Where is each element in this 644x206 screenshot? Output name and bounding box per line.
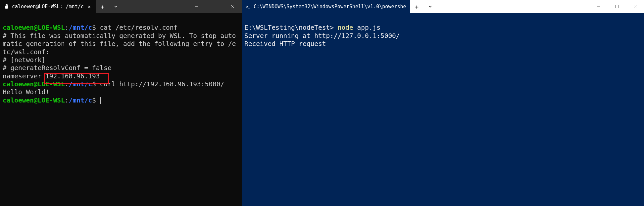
ps-command: node	[338, 24, 357, 31]
output-line: nameserver 192.168.96.193	[3, 72, 100, 80]
prompt-path: /mnt/c	[69, 97, 92, 104]
new-tab-button-ps[interactable]: +	[410, 0, 423, 13]
svg-rect-1	[213, 5, 216, 8]
svg-rect-5	[615, 5, 618, 8]
minimize-button-ps[interactable]	[589, 0, 608, 13]
tab-dropdown-ps[interactable]	[423, 0, 437, 13]
prompt-user: caloewen@LOE-WSL	[3, 80, 65, 88]
prompt-path: /mnt/c	[69, 24, 92, 31]
terminal-window-powershell: >_ C:\WINDOWS\System32\WindowsPowerShell…	[242, 0, 644, 206]
tab-title-powershell: C:\WINDOWS\System32\WindowsPowerShell\v1…	[254, 4, 406, 10]
tab-close-wsl[interactable]: ✕	[87, 3, 92, 10]
powershell-icon: >_	[246, 4, 251, 9]
minimize-button-wsl[interactable]	[187, 0, 205, 13]
new-tab-button-wsl[interactable]: +	[96, 0, 109, 13]
tab-dropdown-wsl[interactable]	[109, 0, 123, 13]
command-text: cat /etc/resolv.conf	[96, 24, 178, 31]
cursor	[100, 97, 101, 104]
terminal-output-powershell[interactable]: E:\WSLTesting\nodeTest> node app.js Serv…	[242, 13, 644, 206]
output-line: # generateResolvConf = false	[3, 64, 112, 72]
output-line: Hello World!	[3, 88, 49, 96]
output-line: # [network]	[3, 56, 45, 64]
output-line: Server running at http://127.0.0.1:5000/	[244, 32, 400, 40]
titlebar-spacer	[437, 0, 589, 13]
command-text: curl http://192.168.96.193:5000/	[96, 80, 224, 88]
maximize-button-wsl[interactable]	[205, 0, 223, 13]
output-line: Received HTTP request	[244, 40, 326, 48]
maximize-button-ps[interactable]	[608, 0, 626, 13]
close-button-wsl[interactable]	[223, 0, 242, 13]
output-line: # This file was automatically generated …	[3, 32, 236, 56]
titlebar-powershell: >_ C:\WINDOWS\System32\WindowsPowerShell…	[242, 0, 644, 13]
tab-title-wsl: caloewen@LOE-WSL: /mnt/c	[12, 4, 84, 10]
prompt-user: caloewen@LOE-WSL	[3, 24, 65, 31]
tab-powershell[interactable]: >_ C:\WINDOWS\System32\WindowsPowerShell…	[242, 0, 410, 13]
tab-wsl[interactable]: caloewen@LOE-WSL: /mnt/c ✕	[0, 0, 96, 13]
titlebar-spacer	[123, 0, 187, 13]
prompt-user: caloewen@LOE-WSL	[3, 97, 65, 104]
close-button-ps[interactable]	[626, 0, 644, 13]
prompt-path: /mnt/c	[69, 80, 92, 88]
terminal-window-wsl: caloewen@LOE-WSL: /mnt/c ✕ + caloewen@LO…	[0, 0, 242, 206]
titlebar-wsl: caloewen@LOE-WSL: /mnt/c ✕ +	[0, 0, 242, 13]
ps-prompt: E:\WSLTesting\nodeTest>	[244, 24, 338, 31]
terminal-output-wsl[interactable]: caloewen@LOE-WSL:/mnt/c$ cat /etc/resolv…	[0, 13, 242, 206]
linux-icon	[4, 4, 9, 9]
